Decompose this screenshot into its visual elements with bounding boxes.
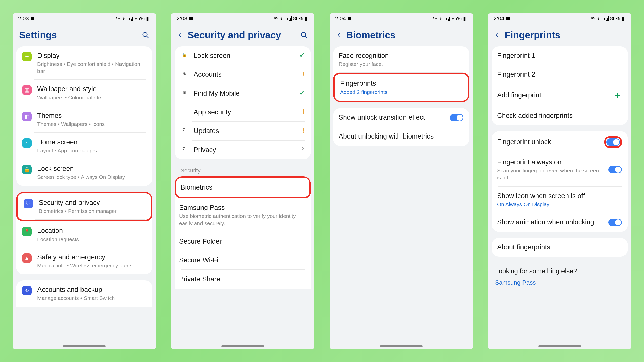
row-label: About fingerprints bbox=[497, 243, 616, 252]
settings-item-sub: Themes • Wallpapers • Icons bbox=[37, 121, 146, 128]
security-item[interactable]: 🛡 Privacy bbox=[175, 141, 311, 159]
fingerprints-group-2: Fingerprint unlock Fingerprint always on… bbox=[492, 131, 628, 232]
settings-item-icon: ▦ bbox=[22, 85, 32, 95]
settings-item-icon: ☀ bbox=[22, 52, 32, 61]
battery-icon: ▮ bbox=[305, 16, 307, 22]
list-item[interactable]: About unlocking with biometrics bbox=[333, 127, 469, 146]
nav-handle[interactable] bbox=[380, 345, 423, 347]
toggle-switch[interactable] bbox=[606, 138, 620, 146]
row-label: Fingerprint always on bbox=[497, 158, 603, 167]
settings-item-label: Safety and emergency bbox=[37, 253, 146, 262]
row-icon: ⬚ bbox=[181, 109, 188, 114]
list-item[interactable]: Show animation when unlocking bbox=[492, 213, 628, 232]
security-item[interactable]: ⬚ App security ! bbox=[175, 103, 311, 122]
clock-icon bbox=[506, 17, 510, 20]
nav-handle[interactable] bbox=[63, 345, 106, 347]
check-icon: ✓ bbox=[299, 51, 305, 59]
clock-icon bbox=[348, 17, 351, 20]
row-label: Private Share bbox=[179, 275, 305, 284]
status-bar: 2:03 ⁵ᴳ ᯤ ▮◢86%▮ bbox=[13, 13, 156, 24]
svg-point-0 bbox=[143, 32, 147, 37]
settings-item-sub: Medical info • Wireless emergency alerts bbox=[37, 262, 146, 269]
settings-item[interactable]: ◧ Themes Themes • Wallpapers • Icons bbox=[16, 106, 152, 133]
header: Settings bbox=[13, 24, 156, 46]
security-section-item[interactable]: Secure Wi-Fi bbox=[175, 251, 311, 270]
row-sub: Register your face. bbox=[339, 61, 458, 68]
settings-item[interactable]: ▲ Safety and emergency Medical info • Wi… bbox=[16, 248, 152, 274]
settings-item[interactable]: 📍 Location Location requests bbox=[16, 221, 152, 248]
settings-item[interactable]: ⌂ Home screen Layout • App icon badges bbox=[16, 133, 152, 159]
row-icon: 🔒 bbox=[181, 52, 188, 57]
security-item[interactable]: 🛡 Updates ! bbox=[175, 122, 311, 141]
nav-handle[interactable] bbox=[538, 345, 581, 347]
security-item[interactable]: ▣ Find My Mobile ✓ bbox=[175, 84, 311, 103]
list-item[interactable]: Check added fingerprints bbox=[492, 106, 628, 125]
status-time: 2:03 bbox=[18, 15, 29, 22]
search-icon[interactable] bbox=[142, 31, 149, 39]
back-icon[interactable] bbox=[178, 32, 183, 38]
toggle-switch[interactable] bbox=[608, 166, 622, 173]
security-section-item[interactable]: Private Share bbox=[175, 270, 311, 289]
list-item[interactable]: Fingerprint 1 bbox=[492, 46, 628, 65]
security-items-card: 🔒 Lock screen ✓ ◉ Accounts ! ▣ Find My M… bbox=[175, 46, 311, 160]
row-label: Secure Wi-Fi bbox=[179, 256, 305, 265]
page-title: Settings bbox=[19, 30, 137, 41]
settings-item[interactable]: ▦ Wallpaper and style Wallpapers • Colou… bbox=[16, 80, 152, 106]
back-icon[interactable] bbox=[495, 32, 500, 38]
settings-item-sub: Screen lock type • Always On Display bbox=[37, 174, 146, 181]
security-section-item[interactable]: Secure Folder bbox=[175, 232, 311, 251]
settings-item-icon: ▲ bbox=[22, 253, 32, 263]
row-icon: 🛡 bbox=[181, 147, 188, 151]
security-item[interactable]: 🔒 Lock screen ✓ bbox=[175, 46, 311, 65]
clock-icon bbox=[31, 17, 34, 20]
list-item[interactable]: Show unlock transition effect bbox=[333, 108, 469, 127]
row-label: Fingerprint 2 bbox=[497, 70, 616, 79]
settings-item-icon: 🔒 bbox=[22, 165, 32, 174]
settings-item[interactable]: 🔒 Lock screen Screen lock type • Always … bbox=[16, 159, 152, 186]
settings-item[interactable]: 🛡 Security and privacy Biometrics • Perm… bbox=[16, 192, 152, 221]
list-item[interactable]: Add fingerprint ＋ bbox=[492, 84, 628, 106]
security-section-item[interactable]: Samsung Pass Use biometric authenticatio… bbox=[175, 198, 311, 232]
status-time: 2:03 bbox=[177, 15, 187, 22]
settings-item[interactable]: ↻ Accounts and backup Manage accounts • … bbox=[16, 280, 152, 307]
list-item[interactable]: Face recognition Register your face. bbox=[333, 46, 469, 73]
list-item[interactable]: Fingerprint unlock bbox=[492, 131, 628, 153]
settings-item[interactable]: ☀ Display Brightness • Eye comfort shiel… bbox=[16, 46, 152, 80]
settings-item-label: Lock screen bbox=[37, 164, 146, 173]
plus-icon[interactable]: ＋ bbox=[613, 89, 622, 101]
toggle-switch[interactable] bbox=[450, 114, 463, 121]
status-right: ⁵ᴳ ᯤ ▮◢86%▮ bbox=[116, 16, 149, 22]
row-icon: ◉ bbox=[181, 71, 188, 76]
settings-item-label: Location bbox=[37, 226, 146, 235]
list-item[interactable]: Fingerprint always on Scan your fingerpr… bbox=[492, 153, 628, 187]
row-label: Find My Mobile bbox=[194, 89, 294, 98]
row-label: Samsung Pass bbox=[179, 203, 305, 212]
nav-handle[interactable] bbox=[221, 345, 264, 347]
search-icon[interactable] bbox=[300, 31, 308, 39]
settings-item-label: Themes bbox=[37, 111, 146, 120]
list-item[interactable]: Fingerprint 2 bbox=[492, 65, 628, 84]
row-sub: On Always On Display bbox=[497, 201, 616, 208]
list-item[interactable]: About fingerprints bbox=[492, 238, 628, 257]
security-item[interactable]: ◉ Accounts ! bbox=[175, 65, 311, 84]
battery-icon: ▮ bbox=[622, 16, 624, 22]
fingerprints-group-1: Fingerprint 1 Fingerprint 2 Add fingerpr… bbox=[492, 46, 628, 125]
svg-point-2 bbox=[301, 32, 306, 37]
list-item[interactable]: Fingerprints Added 2 fingerprints bbox=[333, 73, 469, 102]
row-label: Fingerprint 1 bbox=[497, 51, 616, 60]
settings-item-sub: Manage accounts • Smart Switch bbox=[37, 295, 146, 302]
list-item[interactable]: Show icon when screen is off On Always O… bbox=[492, 187, 628, 213]
battery-icon: ▮ bbox=[146, 16, 149, 22]
page-title: Biometrics bbox=[346, 30, 466, 41]
toggle-switch[interactable] bbox=[608, 219, 622, 226]
back-icon[interactable] bbox=[336, 32, 342, 38]
screen-fingerprints: 2:04 ⁵ᴳ ᯤ ▮◢86%▮ Fingerprints Fingerprin… bbox=[488, 13, 631, 349]
status-right: ⁵ᴳ ᯤ ▮◢86%▮ bbox=[433, 16, 466, 22]
chevron-right-icon bbox=[301, 146, 305, 153]
svg-line-3 bbox=[305, 36, 307, 38]
samsung-pass-link[interactable]: Samsung Pass bbox=[495, 279, 624, 286]
row-label: Fingerprint unlock bbox=[497, 138, 599, 146]
clock-icon bbox=[189, 17, 193, 20]
security-section-item[interactable]: Biometrics bbox=[175, 176, 311, 198]
alert-icon: ! bbox=[303, 70, 305, 78]
